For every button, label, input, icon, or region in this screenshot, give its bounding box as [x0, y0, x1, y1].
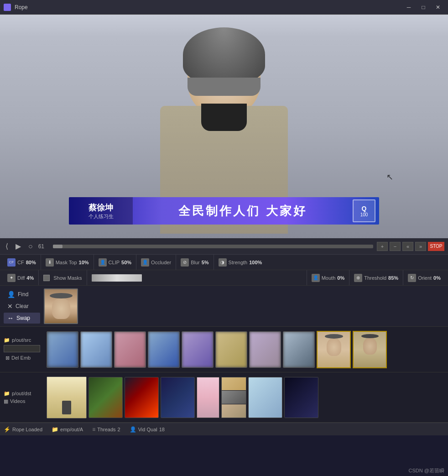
video-thumb-4[interactable]	[161, 377, 195, 418]
transport-right: + − « » STOP	[377, 242, 444, 251]
maximize-button[interactable]: □	[417, 3, 430, 12]
window-controls: ─ □ ✕	[402, 3, 444, 12]
clear-button[interactable]: ✕ Clear	[4, 301, 40, 312]
source-thumb-4[interactable]	[148, 331, 180, 368]
status-vidqual: 👤 Vid Qual 18	[130, 426, 165, 433]
video-thumb-3[interactable]	[125, 377, 159, 418]
next-button[interactable]: »	[415, 242, 426, 251]
close-button[interactable]: ✕	[432, 3, 444, 12]
stop-button[interactable]: STOP	[428, 242, 444, 251]
subtitle-bar: 蔡徐坤 个人练习生 全民制作人们 大家好 Q 100	[69, 197, 379, 225]
show-masks-checkbox[interactable]	[43, 275, 50, 281]
video-icon: ▦	[4, 398, 8, 404]
swap-button[interactable]: ↔ Swap	[4, 313, 40, 324]
sub-frame-button[interactable]: −	[390, 242, 401, 251]
controls-row1: CF CF 80% ⬇ Mask Top 10% 👤 CLIP 50% 👤 Oc…	[0, 255, 448, 270]
source-thumb-3[interactable]	[114, 331, 146, 368]
color-swatch[interactable]	[92, 274, 142, 282]
mask-top-control: ⬇ Mask Top 10%	[41, 255, 94, 270]
status-path: 📁 emp/out/A	[52, 426, 83, 433]
find-label: Find	[18, 291, 28, 298]
video-area: 蔡徐坤 个人练习生 全民制作人们 大家好 Q 100 ↖	[0, 15, 448, 238]
source-thumb-1[interactable]	[47, 331, 78, 368]
mouth-control: 👤 Mouth 0%	[307, 270, 349, 285]
vidqual-value: 18	[159, 427, 165, 432]
swap-buttons: 👤 Find ✕ Clear ↔ Swap	[4, 289, 40, 324]
controls-row2: ✦ Diff 4% Show Masks 👤 Mouth 0% ⊕ Thresh…	[0, 270, 448, 286]
prev-button[interactable]: «	[402, 242, 413, 251]
threads-icon: ≡	[92, 426, 95, 433]
cf-value: 80%	[26, 260, 36, 265]
source-face-selected-1[interactable]	[317, 331, 351, 368]
del-emb-button[interactable]: ⊠ Del Emb	[4, 354, 45, 362]
logo-text: Q	[362, 205, 367, 212]
stop-circle-icon[interactable]: ○	[26, 241, 35, 251]
play-button[interactable]: ▶	[14, 241, 23, 251]
watermark: CSDN @若苗瞬	[409, 467, 444, 474]
source-thumb-8[interactable]	[283, 331, 315, 368]
strength-value: 100%	[249, 260, 262, 265]
color-swatch-item	[87, 270, 307, 285]
subtitle-role: 个人练习生	[89, 213, 114, 220]
folder-icon: 📁	[4, 337, 10, 343]
clip-control: 👤 CLIP 50%	[94, 255, 137, 270]
swap-face-thumb[interactable]	[44, 288, 78, 324]
minimize-button[interactable]: ─	[402, 3, 415, 12]
orient-control: ↻ Orient 0%	[403, 270, 445, 285]
frame-number: 61	[38, 243, 49, 250]
videos-thumbs	[47, 375, 444, 420]
show-masks-control: Show Masks	[39, 270, 87, 285]
title-bar: Rope ─ □ ✕	[0, 0, 448, 15]
video-thumb-large[interactable]	[47, 377, 87, 418]
blur-value: 5%	[202, 260, 209, 265]
occluder-label: Occluder	[151, 260, 171, 265]
threads-label: Threads	[97, 427, 115, 432]
timeline-track[interactable]	[53, 245, 373, 248]
subtitle-name: 蔡徐坤	[89, 202, 113, 213]
videos-label: ▦ Videos	[4, 398, 45, 404]
video-thumb-7[interactable]	[248, 377, 282, 418]
diff-value: 4%	[26, 275, 34, 281]
app-icon	[4, 4, 11, 11]
status-path-label: emp/out/A	[60, 427, 83, 432]
subtitle-logo: Q 100	[353, 199, 375, 222]
source-thumb-2[interactable]	[80, 331, 112, 368]
video-thumb-5[interactable]	[197, 377, 219, 418]
source-path-input[interactable]	[4, 345, 40, 352]
mask-top-value: 10%	[79, 260, 89, 265]
person-hair	[183, 27, 265, 82]
swap-icon: ↔	[7, 314, 14, 322]
subtitle-name-box: 蔡徐坤 个人练习生	[69, 197, 133, 225]
source-thumb-6[interactable]	[215, 331, 247, 368]
rewind-icon[interactable]: ⟨	[4, 241, 10, 251]
status-icon: ⚡	[4, 426, 10, 433]
blur-label: Blur	[191, 260, 200, 265]
video-thumb-2[interactable]	[89, 377, 123, 418]
timeline-fill	[53, 245, 63, 248]
swap-label: Swap	[16, 315, 30, 321]
diff-label: Diff	[17, 275, 25, 281]
person-icon: 👤	[99, 258, 107, 267]
videos-section: 📁 p/out/dst ▦ Videos	[0, 372, 448, 423]
source-face-selected-2[interactable]	[353, 331, 387, 368]
source-section: 📁 p/out/src ⊠ Del Emb	[0, 327, 448, 372]
occluder-icon: 👤	[141, 258, 149, 267]
orient-label: Orient	[418, 275, 432, 281]
source-thumb-7[interactable]	[249, 331, 281, 368]
vidqual-icon: 👤	[130, 426, 136, 433]
add-frame-button[interactable]: +	[377, 242, 388, 251]
source-thumb-5[interactable]	[182, 331, 214, 368]
clip-value: 50%	[121, 260, 131, 265]
videos-path-label: 📁 p/out/dst	[4, 391, 45, 397]
video-thumb-face-grid[interactable]	[221, 377, 246, 418]
orient-value: 0%	[433, 275, 441, 281]
clip-label: CLIP	[109, 260, 120, 265]
transport-bar: ⟨ ▶ ○ 61 + − « » STOP	[0, 238, 448, 255]
find-button[interactable]: 👤 Find	[4, 289, 40, 300]
videos-label-col: 📁 p/out/dst ▦ Videos	[4, 391, 45, 404]
video-thumb-8[interactable]	[284, 377, 318, 418]
diff-icon: ✦	[7, 274, 16, 282]
mouth-icon: 👤	[312, 274, 320, 282]
strength-icon: ◑	[219, 258, 227, 267]
threads-value: 2	[118, 427, 120, 432]
